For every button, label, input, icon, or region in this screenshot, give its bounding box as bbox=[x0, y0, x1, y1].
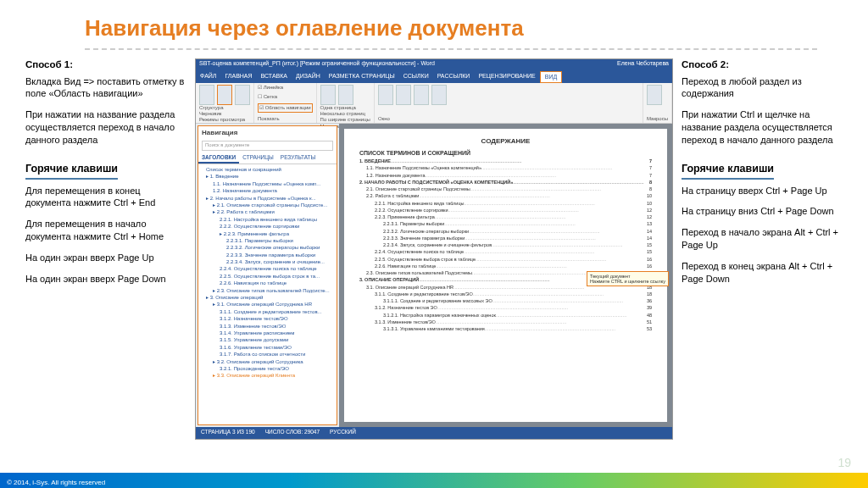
nav-item[interactable]: 3.1.7. Работа со списком отчетности bbox=[201, 351, 334, 358]
nav-item[interactable]: 2.2.5. Осуществление выбора строк в та..… bbox=[201, 273, 334, 280]
toc-line[interactable]: 2. НАЧАЛО РАБОТЫ С ПОДСИСТЕМОЙ «ОЦЕНКА К… bbox=[359, 179, 652, 186]
split-icon[interactable] bbox=[414, 85, 429, 105]
toc-line[interactable]: 3.1.2. Назначение тестов ЭО39 bbox=[359, 304, 652, 311]
left-column: Способ 1: Вкладка Вид => поставить отмет… bbox=[25, 58, 186, 440]
nav-item[interactable]: 2.2.6. Навигация по таблице bbox=[201, 280, 334, 286]
toc-line[interactable]: 3.1.2.1. Настройка параметров назначенны… bbox=[359, 312, 652, 319]
page-layout-icon[interactable] bbox=[217, 85, 232, 105]
nav-item[interactable]: 3.2.1. Прохождение теста/ЭО bbox=[201, 365, 334, 372]
titlebar: SBT-оценка компетенций_РП (итог.) [Режим… bbox=[196, 59, 672, 71]
nav-item[interactable]: 2.2.3.2. Логические операторы выборки bbox=[201, 244, 334, 251]
toc-line[interactable]: 2.2. Работа с таблицами10 bbox=[359, 192, 652, 199]
status-page[interactable]: СТРАНИЦА 3 ИЗ 190 bbox=[201, 429, 255, 437]
tab-home[interactable]: ГЛАВНАЯ bbox=[220, 71, 256, 83]
toc-line[interactable]: 3.1.1.1. Создание и редактирование массо… bbox=[359, 297, 652, 304]
nav-item[interactable]: ▸ 1. Введение bbox=[201, 173, 334, 180]
toc-line[interactable]: 2.2.6. Навигация по таблице16 bbox=[359, 263, 652, 269]
navigation-pane-check[interactable]: ☑ Область навигации bbox=[258, 103, 313, 113]
toc-line[interactable]: 2.2.3. Применение фильтра12 bbox=[359, 214, 652, 220]
toc-line[interactable]: 2.2.3.1. Параметры выборки13 bbox=[359, 220, 652, 227]
tab-insert[interactable]: ВСТАВКА bbox=[257, 71, 292, 83]
toc-line[interactable]: 2.2.2. Осуществление сортировки12 bbox=[359, 207, 652, 214]
nav-item[interactable]: Список терминов и сокращений bbox=[201, 166, 334, 173]
toc-line[interactable]: 1. ВВЕДЕНИЕ7 bbox=[359, 158, 652, 164]
group-views-label: Режимы просмотра bbox=[199, 117, 250, 122]
nav-item[interactable]: 1.1. Назначение Подсистемы «Оценка комп.… bbox=[201, 180, 334, 187]
document-area[interactable]: СОДЕРЖАНИЕ СПИСОК ТЕРМИНОВ И СОКРАЩЕНИЙ … bbox=[339, 124, 672, 427]
nav-item[interactable]: ▸ 3.3. Описание операций Клиента bbox=[201, 372, 334, 379]
tab-layout[interactable]: РАЗМЕТКА СТРАНИЦЫ bbox=[325, 71, 399, 83]
nav-pane-title: Навигация bbox=[198, 126, 337, 139]
nav-tab-headings[interactable]: ЗАГОЛОВКИ bbox=[198, 152, 239, 164]
nav-item[interactable]: ▸ 3.1. Описание операций Сотрудника HR bbox=[201, 301, 334, 308]
nav-tab-results[interactable]: РЕЗУЛЬТАТЫ bbox=[277, 152, 319, 164]
nav-item[interactable]: 3.1.5. Управление допусками bbox=[201, 336, 334, 343]
group-show-label: Показать bbox=[258, 116, 313, 121]
draft-check[interactable]: Черновик bbox=[199, 111, 250, 117]
toc-line[interactable]: 2.2.5. Осуществление выбора строк в табл… bbox=[359, 256, 652, 263]
one-page[interactable]: Одна страница bbox=[320, 105, 370, 111]
nav-item[interactable]: ▸ 2.2.3. Применение фильтра bbox=[201, 230, 334, 237]
nav-item[interactable]: 2.2.1. Настройка внешнего вида таблицы bbox=[201, 216, 334, 223]
toc-line[interactable]: 2.2.4. Осуществление поиска по таблице15 bbox=[359, 248, 652, 255]
nav-item[interactable]: 3.1.4. Управление расписанием bbox=[201, 330, 334, 336]
toc-line[interactable]: 3.1.3.1. Управление кампаниями тестирова… bbox=[359, 325, 652, 332]
ruler-check[interactable]: ☑ Линейка bbox=[258, 85, 313, 91]
web-layout-icon[interactable] bbox=[235, 85, 250, 105]
reading-mode-icon[interactable] bbox=[199, 85, 214, 105]
nav-item[interactable]: ▸ 3.2. Описание операций Сотрудника bbox=[201, 358, 334, 365]
toc-line[interactable]: 3.1.1. Создание и редактирование тестов/… bbox=[359, 291, 652, 297]
nav-tab-pages[interactable]: СТРАНИЦЫ bbox=[239, 152, 277, 164]
nav-item[interactable]: 2.2.3.4. Запуск, сохранение и очищение..… bbox=[201, 258, 334, 265]
nav-item[interactable]: 3.1.3. Изменение тестов/ЭО bbox=[201, 323, 334, 330]
toc-line[interactable]: 2.1. Описание стартовой страницы Подсист… bbox=[359, 186, 652, 192]
nav-item[interactable]: 2.2.3.3. Значение параметра выборки bbox=[201, 252, 334, 258]
footer-bar bbox=[0, 473, 868, 488]
tab-mailings[interactable]: РАССЫЛКИ bbox=[433, 71, 475, 83]
nav-item[interactable]: ▸ 2. Начало работы в Подсистеме «Оценка … bbox=[201, 195, 334, 202]
nav-item[interactable]: 3.1.1. Создание и редактирование тестов.… bbox=[201, 308, 334, 315]
method1-text2: При нажатии на название раздела осуществ… bbox=[25, 108, 186, 147]
status-lang[interactable]: РУССКИЙ bbox=[330, 429, 356, 437]
method2-text1: Переход в любой раздел из содержания bbox=[682, 75, 843, 101]
toc-line[interactable]: 2.2.3.4. Запуск, сохранение и очищение ф… bbox=[359, 241, 652, 248]
tab-review[interactable]: РЕЦЕНЗИРОВАНИЕ bbox=[474, 71, 539, 83]
group-show: ☑ Линейка ☐ Сетка ☑ Область навигации По… bbox=[254, 83, 317, 123]
toc-line[interactable]: 2.2.3.3. Значение параметра выборки14 bbox=[359, 235, 652, 241]
nav-search-input[interactable]: Поиск в документе bbox=[202, 141, 333, 151]
nav-item[interactable]: ▸ 2.3. Описание типов пользователей Подс… bbox=[201, 287, 334, 294]
arrange-icon[interactable] bbox=[396, 85, 411, 105]
nav-item[interactable]: 2.2.3.1. Параметры выборки bbox=[201, 237, 334, 244]
tab-references[interactable]: ССЫЛКИ bbox=[399, 71, 433, 83]
tab-design[interactable]: ДИЗАЙН bbox=[292, 71, 325, 83]
nav-item[interactable]: ▸ 2.2. Работа с таблицами bbox=[201, 208, 334, 215]
nav-item[interactable]: ▸ 3. Описание операций bbox=[201, 294, 334, 301]
macros-icon[interactable] bbox=[647, 85, 662, 105]
toc-line[interactable]: 1.1. Назначение Подсистемы «Оценка компе… bbox=[359, 164, 652, 171]
nav-item[interactable]: 2.2.4. Осуществление поиска по таблице bbox=[201, 265, 334, 272]
nav-item[interactable]: 3.1.6. Управление тестами/ЭО bbox=[201, 344, 334, 351]
hotkey-right-2: На страницу вниз Ctrl + Page Down bbox=[682, 205, 843, 218]
nav-item[interactable]: 3.1.2. Назначение тестов/ЭО bbox=[201, 315, 334, 322]
nav-item[interactable]: 2.2.2. Осуществление сортировки bbox=[201, 223, 334, 230]
toc-line[interactable]: 2.2.1. Настройка внешнего вида таблицы10 bbox=[359, 200, 652, 207]
nav-tree[interactable]: Список терминов и сокращений▸ 1. Введени… bbox=[198, 164, 337, 424]
toc-line[interactable]: 1.2. Назначение документа7 bbox=[359, 172, 652, 179]
nav-item[interactable]: ▸ 2.1. Описание стартовой страницы Подси… bbox=[201, 202, 334, 208]
page-width[interactable]: По ширине страницы bbox=[320, 117, 370, 123]
toc-terms-heading: СПИСОК ТЕРМИНОВ И СОКРАЩЕНИЙ bbox=[359, 150, 652, 156]
nav-item[interactable]: 1.2. Назначение документа bbox=[201, 187, 334, 194]
toc-line[interactable]: 3.1.3. Изменение тестов/ЭО51 bbox=[359, 319, 652, 325]
multi-page[interactable]: Несколько страниц bbox=[320, 111, 370, 117]
grid-check[interactable]: ☐ Сетка bbox=[258, 94, 313, 100]
zoom-icon[interactable] bbox=[320, 85, 336, 105]
ribbon-tabs: ФАЙЛ ГЛАВНАЯ ВСТАВКА ДИЗАЙН РАЗМЕТКА СТР… bbox=[196, 71, 672, 83]
zoom-100-icon[interactable] bbox=[338, 85, 353, 105]
tab-view[interactable]: ВИД bbox=[540, 71, 562, 83]
switch-window-icon[interactable] bbox=[431, 85, 447, 105]
status-words[interactable]: ЧИСЛО СЛОВ: 29047 bbox=[265, 429, 320, 437]
structure-check[interactable]: Структура bbox=[199, 105, 250, 111]
toc-line[interactable]: 2.2.3.2. Логические операторы выборки14 bbox=[359, 228, 652, 235]
new-window-icon[interactable] bbox=[378, 85, 393, 105]
tab-file[interactable]: ФАЙЛ bbox=[196, 71, 220, 83]
